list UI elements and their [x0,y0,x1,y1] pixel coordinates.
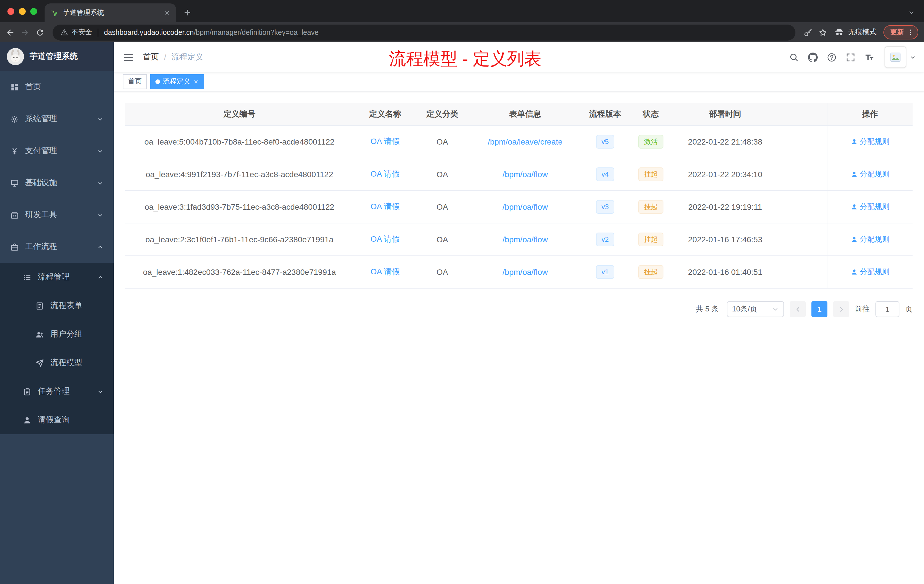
sidebar-item-home[interactable]: 首页 [0,71,114,103]
assign-rule-button[interactable]: 分配规则 [851,234,889,244]
user-icon [851,203,858,210]
definition-name-link[interactable]: OA 请假 [371,234,400,244]
cell-version: v4 [582,158,628,190]
form-link[interactable]: /bpm/oa/flow [503,267,548,277]
sidebar-item-system-management[interactable]: 系统管理 [0,103,114,135]
address-bar[interactable]: 不安全 dashboard.yudao.iocoder.cn/bpm/manag… [53,24,795,40]
column-header-category: 定义分类 [417,103,468,125]
cell-category: OA [417,256,468,288]
assign-rule-button[interactable]: 分配规则 [851,137,889,147]
chrome-update-button[interactable]: 更新 [883,25,918,40]
tab-search-chevron-icon[interactable] [908,9,915,16]
table-body: oa_leave:5:004b710b-7b8a-11ec-8ef0-acde4… [125,126,912,289]
breadcrumb-home[interactable]: 首页 [143,52,159,62]
browser-menu-icon[interactable] [907,28,914,36]
assign-rule-button[interactable]: 分配规则 [851,202,889,212]
security-label[interactable]: 不安全 [71,27,92,37]
sidebar-item-process-form[interactable]: 流程表单 [0,292,114,320]
new-tab-button[interactable] [183,8,192,17]
user-menu-caret-icon[interactable] [910,54,916,60]
browser-tab[interactable]: 芋道管理系统 [45,3,176,22]
user-icon [851,138,858,145]
cell-actions: 分配规则 [827,126,912,158]
sidebar-item-user-group[interactable]: 用户分组 [0,320,114,348]
page-unit-label: 页 [905,304,912,314]
version-tag: v2 [596,233,614,246]
window-close-button[interactable] [7,8,14,15]
sidebar-item-label: 流程管理 [38,272,91,282]
sidebar-item-task-management[interactable]: 任务管理 [0,377,114,406]
forward-button[interactable] [21,28,30,37]
definition-name-link[interactable]: OA 请假 [371,267,400,277]
tab-close-icon[interactable] [164,10,170,16]
users-icon [35,330,44,338]
definition-name-link[interactable]: OA 请假 [371,202,400,212]
sidebar-item-payment-management[interactable]: 支付管理 [0,135,114,167]
total-count: 共 5 条 [696,304,719,314]
fullscreen-icon[interactable] [841,52,860,62]
assign-rule-button[interactable]: 分配规则 [851,267,889,277]
cell-form-info: /bpm/oa/flow [468,223,582,256]
form-link[interactable]: /bpm/oa/leave/create [488,137,563,146]
sidebar-item-process-model[interactable]: 流程模型 [0,348,114,377]
sidebar-item-infrastructure[interactable]: 基础设施 [0,167,114,199]
bookmark-star-icon[interactable] [818,28,827,37]
window-minimize-button[interactable] [19,8,26,15]
search-icon[interactable] [785,52,804,62]
sidebar-item-dev-tools[interactable]: 研发工具 [0,199,114,231]
cell-definition-name: OA 请假 [354,223,417,256]
version-tag: v1 [596,265,614,279]
user-avatar[interactable] [884,46,906,68]
next-page-button[interactable] [833,301,849,317]
docs-help-icon[interactable] [822,52,841,62]
chevron-up-icon [97,274,104,280]
tag-process-definition[interactable]: 流程定义 [150,74,204,89]
column-header-form: 表单信息 [468,103,582,125]
browser-toolbar: 不安全 dashboard.yudao.iocoder.cn/bpm/manag… [0,22,924,42]
page-size-select[interactable]: 10条/页 [727,301,784,317]
infra-icon [10,178,19,187]
sidebar-item-label: 流程表单 [50,300,104,311]
sidebar-item-leave-query[interactable]: 请假查询 [0,406,114,434]
back-button[interactable] [6,28,15,37]
url-text: dashboard.yudao.iocoder.cn/bpm/manager/d… [104,28,318,36]
url-path: /bpm/manager/definition?key=oa_leave [194,28,318,36]
form-link[interactable]: /bpm/oa/flow [503,235,548,244]
tag-home[interactable]: 首页 [123,74,147,89]
user-icon [851,269,858,276]
cell-actions: 分配规则 [827,223,912,256]
form-link[interactable]: /bpm/oa/flow [503,170,548,179]
password-key-icon[interactable] [804,28,813,37]
column-header-id: 定义编号 [125,103,354,125]
font-size-icon[interactable] [860,52,879,62]
sidebar-item-workflow[interactable]: 工作流程 [0,231,114,263]
cell-form-info: /bpm/oa/flow [468,191,582,223]
form-link[interactable]: /bpm/oa/flow [503,202,548,211]
window-zoom-button[interactable] [30,8,37,15]
sidebar-collapse-button[interactable] [114,52,143,63]
app-logo[interactable]: 芋道管理系统 [0,42,114,71]
definition-name-link[interactable]: OA 请假 [371,137,400,147]
page-number-button[interactable]: 1 [812,301,827,317]
sidebar-item-label: 首页 [25,82,104,92]
breadcrumb: 首页 / 流程定义 [143,52,203,62]
assign-rule-button[interactable]: 分配规则 [851,169,889,180]
cell-deploy-time: 2022-01-22 21:48:38 [674,126,777,158]
definition-name-link[interactable]: OA 请假 [371,169,400,180]
prev-page-button[interactable] [790,301,806,317]
user-icon [23,416,31,424]
sidebar-menu: 首页系统管理支付管理基础设施研发工具工作流程流程管理流程表单用户分组流程模型任务… [0,71,114,434]
goto-page-input[interactable]: 1 [875,301,899,317]
chevron-down-icon [97,180,104,186]
incognito-icon [834,27,844,37]
cell-definition-id: oa_leave:1:482ec033-762a-11ec-8477-a2380… [125,256,354,288]
github-icon[interactable] [804,52,822,62]
cell-actions: 分配规则 [827,256,912,288]
reload-button[interactable] [35,28,45,37]
sidebar-item-process-management[interactable]: 流程管理 [0,263,114,292]
chevron-up-icon [97,244,104,250]
tab-title: 芋道管理系统 [63,8,159,18]
cell-category: OA [417,126,468,158]
tag-close-icon[interactable] [193,79,199,84]
cell-category: OA [417,191,468,223]
